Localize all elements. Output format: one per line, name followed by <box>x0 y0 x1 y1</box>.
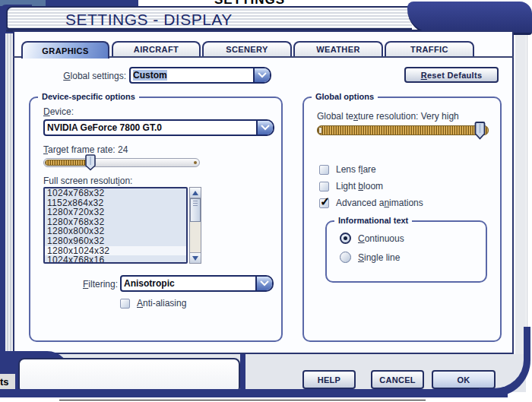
resolution-label: Full screen resolution: <box>43 176 132 186</box>
chevron-down-icon[interactable] <box>256 121 273 135</box>
chevron-down-icon[interactable] <box>255 277 272 290</box>
title-bar: SETTINGS - DISPLAY <box>6 6 412 30</box>
filtering-label: Filtering: <box>46 279 118 290</box>
global-settings-label: Global settings: <box>30 71 126 81</box>
frame-right-channel <box>515 33 526 354</box>
list-item[interactable]: 1280x960x32 <box>45 236 186 246</box>
slider-fill[interactable] <box>317 125 489 135</box>
slider-thumb[interactable] <box>474 122 486 140</box>
arrow-down-icon <box>192 256 198 261</box>
page-title: SETTINGS - DISPLAY <box>65 11 233 28</box>
advanced-animations-checkbox[interactable]: ✓ Advanced animations <box>319 198 423 208</box>
frame-rate-label: Target frame rate: 24 <box>43 144 128 155</box>
tab-aircraft[interactable]: AIRCRAFT <box>112 41 201 56</box>
scroll-down-button[interactable] <box>190 252 201 263</box>
list-item[interactable]: 1024x768x32 <box>45 188 186 198</box>
global-settings-dropdown[interactable]: Custom <box>129 67 271 84</box>
slider-fill <box>45 160 90 166</box>
help-button[interactable]: HELP <box>302 370 356 389</box>
continuous-radio[interactable]: Continuous <box>340 233 404 244</box>
radio-button-selected[interactable] <box>340 233 351 244</box>
settings-display-screen: SETTINGS SETTINGS - DISPLAY GRAPHICS AIR… <box>0 0 532 402</box>
light-bloom-checkbox[interactable]: Light bloom <box>319 181 383 192</box>
lens-flare-checkbox[interactable]: Lens flare <box>319 164 376 175</box>
scrollbar-thumb[interactable] <box>190 198 201 222</box>
frame-left-edge <box>0 6 5 395</box>
lens-flare-label: Lens flare <box>336 164 376 175</box>
footer-divider <box>240 354 245 394</box>
frame-right-line <box>527 33 527 354</box>
frame-rate-slider[interactable] <box>43 154 200 171</box>
device-label: Device: <box>43 106 74 117</box>
continuous-label: Continuous <box>358 233 404 244</box>
single-line-radio[interactable]: Single line <box>340 252 400 263</box>
slider-thumb[interactable] <box>85 154 96 171</box>
list-item[interactable]: 1280x720x32 <box>45 207 186 217</box>
texture-resolution-label: Global texture resolution: Very high <box>317 111 459 122</box>
light-bloom-label: Light bloom <box>336 181 383 192</box>
checkbox-box-checked[interactable]: ✓ <box>319 198 329 208</box>
reset-defaults-button[interactable]: Reset Defaults <box>404 67 499 83</box>
filtering-dropdown[interactable]: Anisotropic <box>120 275 274 292</box>
radio-button[interactable] <box>340 252 351 263</box>
global-settings-value: Custom <box>131 68 253 82</box>
global-options-group-title: Global options <box>312 92 378 101</box>
texture-resolution-slider[interactable] <box>317 122 489 140</box>
single-line-label: Single line <box>358 252 400 263</box>
resolution-scrollbar[interactable] <box>189 187 201 264</box>
checkbox-box[interactable] <box>319 182 329 192</box>
device-dropdown[interactable]: NVIDIA GeForce 7800 GT.0 <box>43 119 274 136</box>
anti-aliasing-label: Anti-aliasing <box>137 298 186 309</box>
tab-label: GRAPHICS <box>42 46 88 55</box>
tab-label: TRAFFIC <box>410 45 448 54</box>
bottom-frame-band <box>0 389 508 397</box>
anti-aliasing-checkbox[interactable]: Anti-aliasing <box>120 298 186 309</box>
tab-scenery[interactable]: SCENERY <box>202 41 292 56</box>
chevron-down-icon[interactable] <box>253 68 270 82</box>
background-partial-text: ts <box>0 374 15 391</box>
informational-text-group-title: Informational text <box>334 216 412 225</box>
checkbox-box[interactable] <box>120 299 130 309</box>
filtering-value: Anisotropic <box>122 277 255 290</box>
scroll-up-button[interactable] <box>190 188 201 198</box>
bottom-hairline <box>59 400 426 400</box>
resolution-listbox[interactable]: 1024x768x32 1152x864x32 1280x720x32 1280… <box>43 187 188 264</box>
cancel-button[interactable]: CANCEL <box>371 370 424 389</box>
tab-label: AIRCRAFT <box>134 45 179 54</box>
tab-traffic[interactable]: TRAFFIC <box>385 41 474 56</box>
device-options-group-title: Device-specific options <box>38 92 139 101</box>
tab-graphics[interactable]: GRAPHICS <box>21 41 109 59</box>
slider-start-cap <box>318 127 322 134</box>
frame-left-channel <box>5 21 13 356</box>
advanced-animations-label: Advanced animations <box>336 198 423 208</box>
slider-end-dot <box>194 161 197 164</box>
tab-label: WEATHER <box>316 45 360 54</box>
tab-weather[interactable]: WEATHER <box>293 41 383 56</box>
tab-label: SCENERY <box>226 45 268 54</box>
checkmark-icon: ✓ <box>320 195 330 209</box>
checkbox-box[interactable] <box>319 165 329 175</box>
list-item[interactable]: 1024x768x16 <box>45 255 186 264</box>
device-value: NVIDIA GeForce 7800 GT.0 <box>45 121 256 135</box>
status-panel <box>18 358 240 394</box>
arrow-up-icon <box>192 191 198 195</box>
